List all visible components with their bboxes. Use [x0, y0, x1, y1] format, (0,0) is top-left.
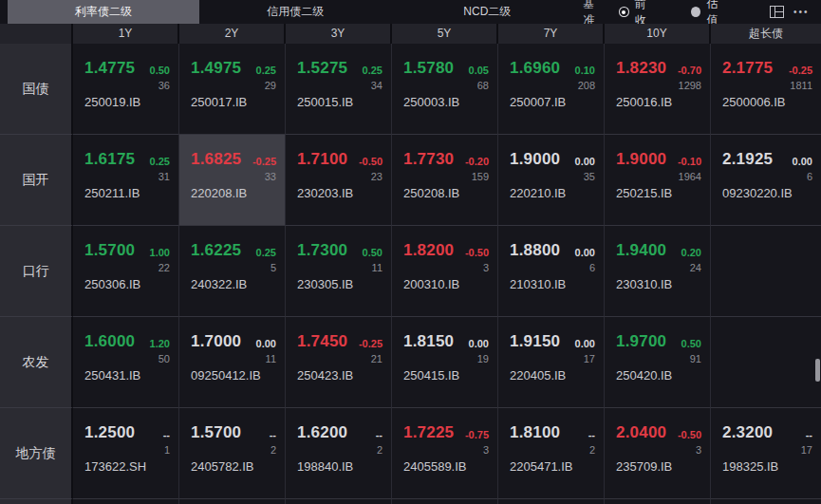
tab-0[interactable]: 利率债二级 — [8, 0, 199, 24]
more-options-icon[interactable]: ••• — [791, 3, 812, 22]
trade-count: 68 — [403, 79, 489, 92]
row-label: 国开 — [0, 135, 73, 226]
change-value: 0.25 — [256, 247, 276, 260]
radio-icon — [691, 7, 701, 17]
bond-code: 230310.IB — [616, 277, 701, 291]
rate-value: 1.5700 — [84, 241, 135, 260]
trade-count: 2 — [191, 443, 276, 457]
rate-cell — [711, 226, 821, 317]
rate-cell[interactable]: 2.1775-0.2518112500006.IB — [711, 44, 821, 135]
change-value: -- — [270, 429, 276, 442]
rate-cell[interactable]: 1.8230-0.701298250016.IB — [605, 44, 711, 135]
rate-cell[interactable]: 1.49750.2529250017.IB — [179, 44, 286, 135]
rate-cell[interactable]: 1.7100-0.5023230203.IB — [286, 135, 392, 226]
rate-cell[interactable]: 1.7450-0.2521250423.IB — [286, 317, 392, 408]
trade-count: 159 — [403, 170, 489, 183]
rate-value: 2.3200 — [722, 423, 773, 442]
rate-line: 1.49750.25 — [191, 59, 276, 78]
change-value: -0.20 — [465, 156, 489, 169]
row-label — [0, 499, 73, 504]
change-value: 0.00 — [575, 338, 595, 351]
change-value: -- — [163, 429, 170, 442]
rate-cell[interactable]: 1.73000.5011230305.IB — [286, 226, 392, 317]
trade-count: 33 — [191, 170, 276, 183]
rate-cell[interactable]: 1.70000.001109250412.IB — [179, 317, 286, 408]
column-header-5: 10Y — [605, 24, 711, 44]
rate-value: 1.9400 — [616, 241, 666, 260]
rate-value: 2.1925 — [722, 150, 773, 169]
trade-count: 1 — [84, 443, 170, 457]
trade-count: 3 — [403, 443, 489, 457]
bond-code: 210310.IB — [510, 277, 595, 291]
rate-cell[interactable]: 1.57001.0022250306.IB — [73, 226, 179, 317]
rate-line: 1.94000.20 — [616, 241, 701, 260]
table-row: 国债1.47750.5036250019.IB1.49750.252925001… — [0, 44, 821, 135]
rate-line: 1.6200-- — [297, 423, 383, 442]
rate-cell[interactable]: 2.19250.00609230220.IB — [711, 135, 821, 226]
rate-cell[interactable]: 1.52750.2534250015.IB — [286, 44, 392, 135]
change-value: 0.25 — [150, 156, 170, 169]
rate-cell[interactable]: 1.88000.006210310.IB — [498, 226, 605, 317]
bond-code: 230203.IB — [297, 186, 383, 200]
table-row: 口行1.57001.0022250306.IB1.62250.255240322… — [0, 226, 821, 317]
tab-1[interactable]: 信用债二级 — [199, 0, 391, 24]
vertical-scrollbar-thumb[interactable] — [815, 359, 820, 382]
rate-line: 1.2500-- — [84, 423, 170, 442]
rate-cell[interactable]: 1.9000-0.101964250215.IB — [605, 135, 711, 226]
rate-value: 1.8150 — [403, 332, 454, 351]
table-row: 农发1.60001.2050250431.IB1.70000.001109250… — [0, 317, 821, 408]
rate-cell[interactable]: 2.0400-0.503235709.IB — [605, 408, 711, 499]
rate-value: 1.7000 — [191, 332, 241, 351]
rate-cell[interactable]: 1.90000.0035220210.IB — [498, 135, 605, 226]
rate-value: 1.8100 — [510, 423, 560, 442]
rate-cell[interactable]: 1.7225-0.7532405589.IB — [392, 408, 498, 499]
rate-cell[interactable]: 1.6200--2198840.IB — [286, 408, 392, 499]
rate-cell[interactable]: 1.6825-0.2533220208.IB — [179, 135, 286, 226]
rate-cell[interactable]: 1.97000.5091250420.IB — [605, 317, 711, 408]
rate-cell[interactable]: 1.60001.2050250431.IB — [73, 317, 179, 408]
rate-cell[interactable]: 1.94000.2024230310.IB — [605, 226, 711, 317]
rate-line: 1.90000.00 — [510, 150, 595, 169]
bond-code: 173622.SH — [84, 459, 170, 474]
rate-cell[interactable]: 2.3200--17198325.IB — [711, 408, 821, 499]
rate-cell[interactable]: 1.8100--22205471.IB — [498, 408, 605, 499]
rate-cell[interactable]: 1.61750.2531250211.IB — [73, 135, 179, 226]
rate-cell[interactable]: 1.91500.0017220405.IB — [498, 317, 605, 408]
change-value: 1.00 — [150, 247, 170, 260]
trade-count: 23 — [297, 170, 383, 183]
rate-cell[interactable]: 1.7730-0.20159250208.IB — [392, 135, 498, 226]
rate-cell[interactable]: 1.8200-0.503200310.IB — [392, 226, 498, 317]
change-value: -- — [588, 429, 595, 442]
tab-2[interactable]: NCD二级 — [391, 0, 583, 24]
rate-value: 1.2500 — [84, 423, 135, 442]
rate-cell[interactable]: 1.57800.0568250003.IB — [392, 44, 498, 135]
rate-value: 1.9150 — [510, 332, 560, 351]
change-value: 0.00 — [256, 338, 276, 351]
change-value: -0.50 — [465, 247, 489, 260]
rate-value: 1.5275 — [297, 59, 347, 78]
trade-count: 1811 — [722, 79, 812, 92]
rate-value: 1.6825 — [191, 150, 241, 169]
rate-cell[interactable]: 1.2500--1173622.SH — [73, 408, 179, 499]
change-value: -0.50 — [359, 156, 383, 169]
bond-code: 2405782.IB — [191, 459, 276, 474]
panel-layout-icon[interactable] — [767, 3, 788, 22]
rate-line: 2.1775-0.25 — [722, 59, 812, 78]
change-value: 0.50 — [363, 247, 383, 260]
rate-line: 1.8100-- — [510, 423, 595, 442]
partial-next-row — [0, 499, 821, 504]
rate-cell[interactable]: 1.69600.10208250007.IB — [498, 44, 605, 135]
rate-cell[interactable]: 1.62250.255240322.IB — [179, 226, 286, 317]
rate-line: 1.7100-0.50 — [297, 150, 383, 169]
rate-cell[interactable]: 1.81500.0019250415.IB — [392, 317, 498, 408]
rate-cell[interactable]: 1.47750.5036250019.IB — [73, 44, 179, 135]
change-value: -0.75 — [465, 429, 489, 442]
rate-value: 1.8800 — [510, 241, 560, 260]
trade-count: 34 — [297, 79, 383, 92]
rate-cell[interactable]: 1.5700--22405782.IB — [179, 408, 286, 499]
rate-line: 1.57800.05 — [403, 59, 489, 78]
trade-count: 21 — [297, 352, 383, 365]
change-value: -- — [806, 429, 812, 442]
change-value: 0.10 — [575, 65, 595, 78]
bond-code: 2405589.IB — [403, 459, 489, 474]
